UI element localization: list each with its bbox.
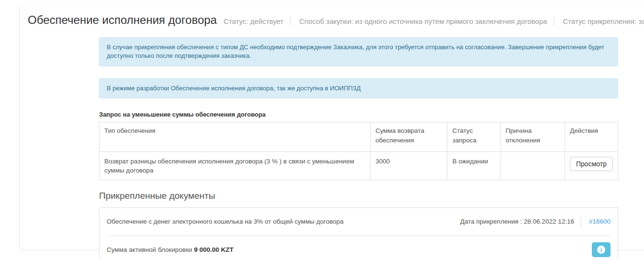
document-number-link[interactable]: #16600 — [581, 216, 611, 228]
attached-documents-title: Прикрепленные документы — [99, 191, 618, 201]
purchase-method-status: Способ закупки: из одного источника путе… — [290, 17, 547, 25]
contract-security-card: Обеспечение исполнения договораСтатус: д… — [19, 6, 644, 250]
info-button[interactable]: i — [592, 242, 611, 257]
blocked-sum-row: Сумма активной блокировки 9 000.00 KZT i — [100, 236, 618, 259]
request-table-title: Запрос на уменьшение суммы обеспечения д… — [99, 111, 618, 118]
cell-return-amount: 3000 — [370, 151, 447, 180]
column-header-status: Статус запроса — [447, 122, 500, 151]
info-icon: i — [597, 246, 605, 254]
column-header-amount: Сумма возврата обеспечения — [370, 122, 447, 151]
attached-documents-box: Обеспечение с денег электронного кошельк… — [99, 207, 618, 259]
blocked-sum-value: 9 000.00 KZT — [194, 246, 233, 253]
cell-request-status: В ожидании — [447, 151, 500, 180]
cell-actions: Просмотр — [565, 151, 618, 180]
page-header: Обеспечение исполнения договораСтатус: д… — [20, 7, 644, 28]
view-button[interactable]: Просмотр — [570, 157, 613, 171]
page-title: Обеспечение исполнения договора — [28, 13, 217, 26]
cell-security-type: Возврат разницы обеспечения исполнения д… — [100, 151, 371, 180]
table-row: Возврат разницы обеспечения исполнения д… — [100, 151, 618, 180]
column-header-actions: Действия — [565, 122, 618, 151]
blocked-sum-text: Сумма активной блокировки 9 000.00 KZT — [107, 246, 592, 253]
blocked-sum-label: Сумма активной блокировки — [107, 246, 192, 253]
document-name: Обеспечение с денег электронного кошельк… — [107, 218, 460, 225]
attachment-date: Дата прикрепления : 28.06.2022 12:16 — [460, 218, 574, 225]
document-item-row: Обеспечение с денег электронного кошельк… — [100, 208, 618, 236]
column-header-reason: Причина отклонения — [500, 122, 565, 151]
document-meta: Дата прикрепления : 28.06.2022 12:16 #16… — [460, 216, 611, 228]
security-reduction-request-table: Тип обеспечения Сумма возврата обеспечен… — [99, 122, 618, 180]
contract-status: Статус: действует — [223, 17, 283, 25]
attachment-status: Статус прикрепления: завершено — [554, 17, 644, 25]
confirmation-notice-alert: В случае прикрепления обеспечения с типо… — [99, 37, 618, 66]
dev-mode-notice-alert: В режиме разработки Обеспечение исполнен… — [99, 78, 618, 98]
column-header-type: Тип обеспечения — [100, 122, 371, 151]
cell-rejection-reason — [500, 151, 565, 180]
table-header-row: Тип обеспечения Сумма возврата обеспечен… — [100, 122, 618, 151]
main-content: В случае прикрепления обеспечения с типо… — [99, 37, 618, 259]
